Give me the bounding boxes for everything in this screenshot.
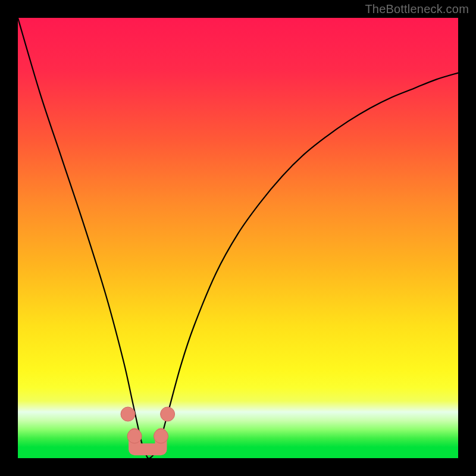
dot-left-lower (127, 429, 142, 443)
dot-left-upper (121, 407, 135, 421)
chart-overlay (18, 18, 458, 458)
watermark-label: TheBottleneck.com (365, 2, 469, 16)
outer-frame: TheBottleneck.com (0, 0, 476, 476)
plot-area (18, 18, 458, 458)
dot-right-upper (161, 407, 175, 421)
dot-right-lower (154, 429, 168, 443)
bottleneck-curve (18, 18, 458, 458)
marker-dots (121, 407, 175, 443)
